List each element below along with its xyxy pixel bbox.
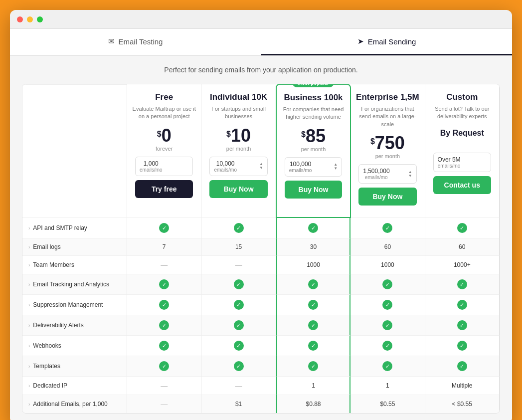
plan-enterprise-email-selector[interactable]: 1,500,000 emails/mo ▲▼ [358, 164, 416, 184]
plan-free-desc: Evaluate Mailtrap or use it on a persona… [132, 105, 196, 121]
check-icon: ✓ [457, 341, 467, 351]
feature-logs-free: 7 [127, 238, 201, 255]
plan-individual-email-selector[interactable]: 10,000 emails/mo ▲▼ [209, 157, 267, 176]
check-icon: ✓ [457, 320, 467, 330]
check-icon: ✓ [308, 361, 318, 371]
chevron-icon: › [28, 343, 30, 349]
plan-enterprise: Enterprise 1,5M For organizations that s… [350, 84, 425, 217]
check-icon: ✓ [159, 223, 169, 233]
feature-api-individual: ✓ [201, 217, 276, 238]
chevron-icon: › [28, 364, 30, 369]
feature-templates-free: ✓ [127, 356, 201, 376]
email-testing-icon: ✉ [108, 37, 115, 46]
feature-additional-enterprise: $0.55 [350, 395, 425, 413]
feature-team-text: Team Members [33, 261, 74, 268]
plan-individual-dollar: $ [226, 130, 231, 139]
tab-email-sending-label: Email Sending [368, 37, 416, 46]
plan-business-price: 85 [306, 127, 326, 145]
email-sending-icon: ➤ [357, 37, 364, 46]
feature-templates-individual: ✓ [201, 356, 276, 376]
plan-individual-btn[interactable]: Buy Now [209, 180, 267, 198]
chevron-icon: › [28, 282, 30, 287]
plan-free-btn[interactable]: Try free [135, 180, 193, 198]
feature-additional-label: › Additional Emails, per 1,000 [22, 395, 127, 413]
feature-tracking-enterprise: ✓ [350, 274, 425, 294]
plan-free-emails-label: emails/mo [140, 167, 163, 173]
check-icon: ✓ [234, 279, 244, 289]
plan-enterprise-period: per month [355, 153, 419, 159]
plan-business-emails: 100,000 [289, 161, 312, 168]
feature-templates-label: › Templates [22, 356, 127, 376]
minimize-button[interactable] [27, 16, 33, 22]
plan-enterprise-arrows: ▲▼ [408, 170, 412, 178]
feature-alerts-text: Deliverability Alerts [33, 322, 83, 329]
check-icon: ✓ [234, 361, 244, 371]
feature-alerts-individual: ✓ [201, 315, 276, 335]
chevron-icon: › [28, 244, 30, 250]
feature-additional-free: — [127, 395, 201, 413]
plan-free-name: Free [132, 92, 196, 102]
feature-suppression-free: ✓ [127, 294, 201, 315]
feature-api-text: API and SMTP relay [33, 224, 87, 231]
feature-api-free: ✓ [127, 217, 201, 238]
plan-enterprise-price: 750 [375, 134, 405, 152]
feature-templates-enterprise: ✓ [350, 356, 425, 376]
plan-individual-name: Individual 10K [206, 92, 270, 102]
plan-individual-price: 10 [231, 127, 251, 145]
close-button[interactable] [17, 16, 23, 22]
feature-tracking-text: Email Tracking and Analytics [33, 281, 109, 288]
tab-email-testing-label: Email Testing [119, 37, 163, 46]
feature-logs-custom: 60 [425, 238, 500, 255]
plan-business-desc: For companies that need higher sending v… [282, 106, 345, 121]
plan-business-btn[interactable]: Buy Now [285, 181, 342, 199]
feature-webhooks-free: ✓ [127, 335, 201, 356]
plan-custom-btn[interactable]: Contact us [433, 176, 491, 194]
plan-custom-email-selector: Over 5M emails/mo [433, 153, 491, 172]
tab-email-testing[interactable]: ✉ Email Testing [10, 29, 261, 55]
plan-business-period: per month [282, 146, 345, 152]
maximize-button[interactable] [37, 16, 43, 22]
feature-dedicated-business: 1 [276, 376, 350, 395]
feature-suppression-text: Suppression Management [33, 301, 103, 308]
check-icon: ✓ [308, 341, 318, 351]
tab-email-sending[interactable]: ➤ Email Sending [261, 29, 512, 55]
tabs-bar: ✉ Email Testing ➤ Email Sending [10, 29, 512, 56]
plan-custom-desc: Send a lot? Talk to our deliverability e… [430, 105, 494, 121]
feature-team-custom: 1000+ [425, 255, 500, 274]
feature-alerts-custom: ✓ [425, 315, 500, 335]
feature-webhooks-text: Webhooks [33, 342, 61, 349]
check-icon: ✓ [308, 300, 318, 310]
feature-additional-business: $0.88 [276, 395, 350, 413]
feature-team-free: — [127, 255, 201, 274]
feature-api-enterprise: ✓ [350, 217, 425, 238]
feature-suppression-label: › Suppression Management [22, 294, 127, 315]
check-icon: ✓ [234, 341, 244, 351]
plan-free-email-selector[interactable]: 1,000 emails/mo [135, 157, 193, 176]
feature-webhooks-custom: ✓ [425, 335, 500, 356]
feature-team-business: 1000 [276, 255, 350, 274]
check-icon: ✓ [382, 361, 392, 371]
check-icon: ✓ [382, 320, 392, 330]
check-icon: ✓ [308, 320, 318, 330]
app-window: ✉ Email Testing ➤ Email Sending Perfect … [10, 10, 512, 420]
feature-tracking-individual: ✓ [201, 274, 276, 294]
feature-team-enterprise: 1000 [350, 255, 425, 274]
feature-alerts-free: ✓ [127, 315, 201, 335]
plan-enterprise-emails-label: emails/mo [363, 175, 389, 180]
plan-business-email-selector[interactable]: 100,000 emails/mo ▲▼ [285, 157, 342, 177]
check-icon: ✓ [457, 279, 467, 289]
feature-team-label: › Team Members [22, 255, 127, 274]
check-icon: ✓ [457, 300, 467, 310]
plan-free: Free Evaluate Mailtrap or use it on a pe… [127, 84, 201, 217]
check-icon: ✓ [234, 320, 244, 330]
plan-enterprise-btn[interactable]: Buy Now [358, 188, 416, 206]
feature-additional-text: Additional Emails, per 1,000 [33, 401, 107, 408]
plan-enterprise-emails: 1,500,000 [363, 168, 389, 175]
check-icon: ✓ [159, 279, 169, 289]
plan-custom-emails-label: emails/mo [438, 163, 461, 169]
feature-alerts-business: ✓ [276, 315, 350, 335]
feature-logs-individual: 15 [201, 238, 276, 255]
chevron-icon: › [28, 262, 30, 268]
check-icon: ✓ [382, 341, 392, 351]
check-icon: ✓ [159, 341, 169, 351]
